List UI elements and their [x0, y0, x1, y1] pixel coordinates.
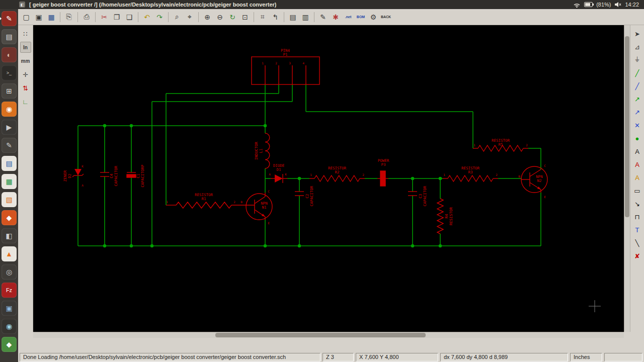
- tool-place-power-port[interactable]: ⏚: [632, 54, 643, 65]
- svg-text:C3: C3: [418, 194, 423, 198]
- launcher-photos[interactable]: ◧: [2, 228, 17, 243]
- toolbar-library-editor[interactable]: ▤: [287, 11, 299, 23]
- launcher-kicad[interactable]: ✎: [2, 11, 17, 26]
- lefttool-units-inches[interactable]: In: [20, 42, 31, 53]
- toolbar-copy[interactable]: ❐: [111, 11, 123, 23]
- global-label-icon: A: [635, 161, 639, 168]
- tool-delete-item[interactable]: ✘: [632, 250, 643, 261]
- toolbar-redo[interactable]: ↷: [153, 11, 166, 23]
- schematic-drawing[interactable]: PIN4P11234ZENERD2KAC4CAPACITORC1CAPACITO…: [33, 25, 624, 332]
- lefttool-units-mm[interactable]: mm: [20, 55, 31, 66]
- lefttool-cursor-shape[interactable]: ✛: [20, 69, 31, 80]
- tool-global-label[interactable]: A: [632, 159, 643, 170]
- toolbar-bom[interactable]: BOM: [355, 11, 367, 23]
- toolbar-paste[interactable]: ❏: [123, 11, 135, 23]
- svg-text:N1: N1: [262, 205, 266, 210]
- launcher-media-player[interactable]: ▶: [2, 120, 17, 135]
- launcher-remote-desktop[interactable]: ▣: [2, 301, 17, 316]
- tool-wire-to-bus-entry[interactable]: ↗: [632, 94, 643, 105]
- lefttool-hv-orientation[interactable]: ∟: [20, 96, 31, 107]
- text-editor-icon: ✎: [6, 142, 12, 149]
- tool-hierarchical-label[interactable]: A: [632, 172, 643, 183]
- lefttool-hidden-pins[interactable]: ⇅: [20, 82, 31, 94]
- cursor-shape-icon: ✛: [23, 71, 28, 78]
- toolbar-open-schematic[interactable]: ▣: [33, 11, 45, 23]
- launcher-files[interactable]: ▤: [2, 29, 17, 44]
- labels-layer: PIN4P11234ZENERD2KAC4CAPACITORC1CAPACITO…: [63, 48, 601, 312]
- toolbar-cut[interactable]: ✂: [98, 11, 110, 23]
- toolbar-new-schematic[interactable]: ▢: [20, 11, 32, 23]
- tool-graphic-line[interactable]: ╲: [632, 237, 643, 248]
- status-bar: Done Loading /home/user/Desktop/sylvain/…: [18, 352, 644, 362]
- toolbar-zoom-in[interactable]: ⊕: [201, 11, 213, 23]
- lefttool-grid-toggle[interactable]: ∷: [20, 28, 31, 39]
- launcher-text-editor[interactable]: ✎: [2, 138, 17, 153]
- open-schematic-icon: ▣: [35, 13, 42, 21]
- launcher-libreoffice-calc[interactable]: ▦: [2, 174, 17, 189]
- schematic-canvas[interactable]: PIN4P11234ZENERD2KAC4CAPACITORC1CAPACITO…: [33, 25, 624, 332]
- tool-bus-to-bus-entry[interactable]: ↗: [632, 107, 643, 118]
- launcher-libreoffice-writer[interactable]: ▤: [2, 156, 17, 171]
- launcher-backup-tool[interactable]: ◆: [2, 337, 17, 352]
- svg-text:C4: C4: [109, 173, 114, 178]
- tool-import-sheet-pin[interactable]: ↘: [632, 198, 643, 209]
- launcher-filezilla[interactable]: Fz: [2, 283, 17, 298]
- vertical-scrollbar[interactable]: [624, 25, 630, 332]
- toolbar-zoom-out[interactable]: ⊖: [214, 11, 226, 23]
- zoom-redraw-icon: ↻: [229, 13, 235, 21]
- toolbar-assign-footprints[interactable]: ⚙: [367, 11, 379, 23]
- toolbar-erc-check[interactable]: ✱: [330, 11, 342, 23]
- place-power-port-icon: ⏚: [635, 56, 639, 64]
- battery-icon[interactable]: [584, 2, 593, 7]
- svg-text:A: A: [82, 184, 84, 187]
- tool-no-connect-flag[interactable]: ✕: [632, 120, 643, 131]
- tool-sheet-pin[interactable]: ⊓: [632, 211, 643, 222]
- toolbar-back-annotate[interactable]: BACK: [380, 11, 392, 23]
- toolbar-find-replace[interactable]: ⌖: [184, 11, 196, 23]
- launcher-vlc[interactable]: ▲: [2, 246, 17, 261]
- toolbar-print[interactable]: ⎙: [80, 11, 93, 23]
- toolbar-hierarchy-navigator[interactable]: ⌗: [257, 11, 269, 23]
- launcher-terminal[interactable]: >_: [2, 65, 17, 80]
- toolbar-save-schematic[interactable]: ▦: [45, 11, 57, 23]
- svg-text:C: C: [268, 190, 270, 193]
- toolbar-zoom-fit[interactable]: ⊡: [239, 11, 251, 23]
- toolbar-separator: [314, 12, 314, 22]
- desktop: ◧ [ geiger boost converter /] (/home/use…: [0, 0, 644, 362]
- launcher-calculator[interactable]: ⊞: [2, 83, 17, 99]
- svg-text:D1: D1: [276, 167, 281, 172]
- toolbar-separator: [138, 12, 138, 22]
- libreoffice-calc-icon: ▦: [6, 178, 12, 185]
- wifi-icon[interactable]: [573, 2, 581, 8]
- launcher-disc-burner[interactable]: ◎: [2, 264, 17, 280]
- toolbar-page-settings[interactable]: ⎘: [63, 11, 75, 23]
- tool-graphic-text[interactable]: T: [632, 224, 643, 235]
- tool-hierarchical-sheet[interactable]: ▭: [632, 185, 643, 196]
- toolbar-library-browser[interactable]: ▥: [299, 11, 311, 23]
- tool-cursor[interactable]: ➤: [632, 28, 643, 39]
- window-app-icon: ◧: [19, 2, 25, 8]
- toolbar-leave-sheet[interactable]: ↰: [269, 11, 281, 23]
- horizontal-scrollbar-thumb[interactable]: [215, 333, 426, 337]
- tool-place-wire[interactable]: ╱: [632, 67, 643, 78]
- tool-place-bus[interactable]: ╱: [632, 80, 643, 92]
- svg-text:1: 1: [310, 173, 312, 176]
- tool-place-component[interactable]: ⊿: [632, 41, 643, 52]
- vertical-scrollbar-thumb[interactable]: [625, 36, 629, 217]
- launcher-webcam[interactable]: ◉: [2, 319, 17, 334]
- tool-place-junction[interactable]: ●: [632, 133, 643, 144]
- launcher-app-red[interactable]: ◐: [2, 47, 17, 62]
- toolbar-undo[interactable]: ↶: [141, 11, 153, 23]
- volume-icon[interactable]: [614, 2, 621, 8]
- toolbar-annotate[interactable]: ✎: [317, 11, 329, 23]
- toolbar-zoom-redraw[interactable]: ↻: [226, 11, 238, 23]
- launcher-firefox[interactable]: ◉: [2, 102, 17, 117]
- tool-net-label[interactable]: A: [632, 146, 643, 157]
- launcher-libreoffice-impress[interactable]: ▧: [2, 192, 17, 207]
- toolbar-netlist[interactable]: .net: [342, 11, 354, 23]
- wire-to-bus-entry-icon: ↗: [634, 96, 640, 103]
- toolbar-find[interactable]: ⌕: [171, 11, 183, 23]
- launcher-software-center[interactable]: ◆: [2, 210, 17, 225]
- horizontal-scrollbar[interactable]: [33, 332, 624, 338]
- units-inches-icon: In: [23, 45, 28, 50]
